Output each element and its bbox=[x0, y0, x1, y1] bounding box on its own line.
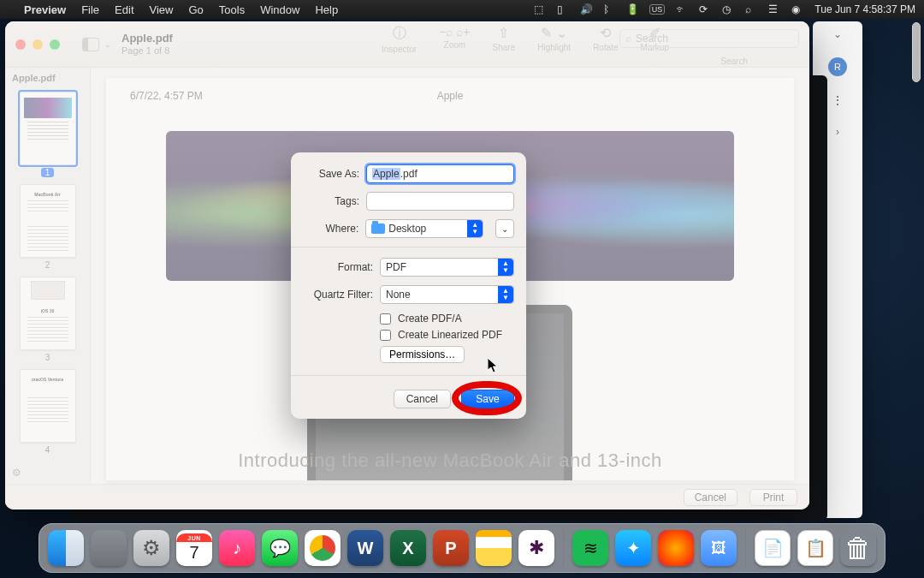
cancel-button[interactable]: Cancel bbox=[394, 390, 451, 408]
dock-calendar[interactable]: JUN7 bbox=[176, 530, 212, 566]
print-cancel-button[interactable]: Cancel bbox=[684, 489, 737, 506]
minimize-window-button[interactable] bbox=[33, 39, 43, 50]
toolbar-inspector[interactable]: ⓘ Inspector bbox=[382, 25, 417, 54]
save-as-label: Save As: bbox=[303, 168, 359, 180]
thumbnail-page-4[interactable]: macOS Ventura 4 bbox=[17, 369, 79, 455]
thumbnail-page-number: 3 bbox=[45, 353, 50, 362]
dock-messages[interactable]: 💬 bbox=[262, 530, 298, 566]
menu-window[interactable]: Window bbox=[260, 3, 299, 16]
where-select[interactable]: Desktop ▲▼ bbox=[365, 219, 483, 238]
create-pdfa-checkbox[interactable] bbox=[380, 313, 391, 325]
close-window-button[interactable] bbox=[15, 39, 26, 50]
dock-launchpad[interactable] bbox=[91, 530, 127, 566]
menu-go[interactable]: Go bbox=[188, 3, 203, 16]
save-as-input[interactable]: Apple.pdf bbox=[366, 164, 514, 183]
menu-view[interactable]: View bbox=[150, 3, 174, 16]
dock-excel[interactable]: X bbox=[390, 530, 426, 566]
phone-icon[interactable]: ▯ bbox=[557, 3, 569, 15]
dock-spotify[interactable] bbox=[572, 530, 608, 566]
toolbar-rotate[interactable]: ⟲ Rotate bbox=[593, 25, 618, 52]
save-button[interactable]: Save bbox=[461, 390, 514, 408]
menu-help[interactable]: Help bbox=[315, 3, 338, 16]
where-value: Desktop bbox=[388, 223, 426, 235]
dock-safari[interactable] bbox=[615, 530, 651, 566]
folder-icon bbox=[371, 223, 385, 234]
bluetooth-icon[interactable]: ᛒ bbox=[603, 3, 615, 15]
toolbar-share[interactable]: ⇧ Share bbox=[493, 25, 516, 52]
thumbnail-page-number: 2 bbox=[45, 260, 50, 270]
search-input[interactable]: ⌕ Search bbox=[619, 29, 799, 48]
battery-icon[interactable]: 🔋 bbox=[626, 3, 638, 15]
thumbnail-page-3[interactable]: iOS 16 3 bbox=[17, 277, 79, 362]
scroll-thumb[interactable] bbox=[912, 22, 921, 82]
create-linearized-label: Create Linearized PDF bbox=[398, 329, 502, 341]
document-subtitle: Page 1 of 8 bbox=[121, 45, 173, 56]
menu-edit[interactable]: Edit bbox=[115, 3, 133, 16]
bg-kebab-icon[interactable]: ⋮ bbox=[832, 93, 844, 107]
sidebar-toggle-button[interactable] bbox=[82, 38, 99, 51]
info-icon: ⓘ bbox=[393, 25, 406, 43]
quartz-filter-value: None bbox=[386, 289, 411, 301]
page-header-title: Apple bbox=[437, 90, 464, 102]
dock-chrome[interactable] bbox=[305, 530, 341, 566]
bg-avatar[interactable]: R bbox=[828, 57, 847, 76]
clock-icon[interactable]: ◷ bbox=[722, 3, 734, 15]
menubar-app-name[interactable]: Preview bbox=[24, 3, 66, 16]
dock-separator bbox=[745, 529, 746, 567]
dropbox-icon[interactable]: ⬚ bbox=[534, 3, 546, 15]
expand-save-panel-button[interactable]: ⌄ bbox=[495, 219, 514, 238]
dock-trash[interactable] bbox=[840, 530, 876, 566]
input-source-icon[interactable]: US bbox=[649, 4, 666, 15]
select-arrows-icon: ▲▼ bbox=[467, 220, 483, 237]
dock-powerpoint[interactable]: P bbox=[433, 530, 469, 566]
sheet-divider bbox=[291, 247, 526, 247]
format-select[interactable]: PDF ▲▼ bbox=[380, 258, 514, 277]
dock-preview[interactable] bbox=[701, 530, 737, 566]
thumbnail-page-number: 4 bbox=[45, 445, 50, 455]
dock-system-settings[interactable] bbox=[133, 530, 169, 566]
zoom-out-icon[interactable]: −⌕ bbox=[439, 25, 453, 39]
thumbnail-page-1[interactable]: 1 bbox=[17, 92, 79, 177]
dock-slack[interactable] bbox=[518, 530, 554, 566]
control-center-icon[interactable]: ☰ bbox=[768, 3, 780, 15]
page-headline: Introducing the all-new MacBook Air and … bbox=[106, 450, 794, 472]
sync-icon[interactable]: ⟳ bbox=[699, 3, 711, 15]
toolbar-highlight[interactable]: ✎ ⌄ Highlight bbox=[537, 25, 571, 52]
permissions-button[interactable]: Permissions… bbox=[380, 346, 465, 363]
search-label: Search bbox=[720, 57, 748, 66]
dock-separator bbox=[563, 529, 564, 567]
create-linearized-checkbox[interactable] bbox=[380, 330, 391, 341]
toolbar-zoom[interactable]: −⌕ ⌕+ Zoom bbox=[439, 25, 470, 50]
thumbnail-page-2[interactable]: MacBook Air 2 bbox=[17, 184, 79, 270]
menu-file[interactable]: File bbox=[81, 3, 99, 16]
dock-firefox[interactable] bbox=[658, 530, 694, 566]
toolbar-share-label: Share bbox=[493, 43, 516, 52]
dock-finder[interactable] bbox=[48, 530, 84, 566]
dock-word[interactable]: W bbox=[347, 530, 383, 566]
tags-label: Tags: bbox=[303, 195, 359, 207]
siri-icon[interactable]: ◉ bbox=[791, 3, 803, 15]
search-icon[interactable]: ⌕ bbox=[745, 3, 757, 15]
bg-chevron-down-icon[interactable]: ⌄ bbox=[833, 28, 842, 40]
sidebar-gear-icon[interactable]: ⚙ bbox=[12, 467, 21, 479]
dock-recent-doc-2[interactable] bbox=[797, 530, 833, 566]
volume-icon[interactable]: 🔊 bbox=[580, 3, 592, 15]
tags-input[interactable] bbox=[366, 192, 514, 211]
dock-music[interactable]: ♪ bbox=[219, 530, 255, 566]
save-sheet: Save As: Apple.pdf Tags: Where: Desktop … bbox=[291, 152, 526, 419]
thumbnail-sidebar: Apple.pdf 1 MacBook Air 2 iOS 16 3 macOS… bbox=[5, 68, 91, 484]
quartz-filter-select[interactable]: None ▲▼ bbox=[380, 285, 514, 304]
menubar-left: Preview File Edit View Go Tools Window H… bbox=[9, 3, 338, 16]
format-label: Format: bbox=[303, 261, 373, 273]
zoom-in-icon[interactable]: ⌕+ bbox=[456, 25, 470, 39]
fullscreen-window-button[interactable] bbox=[50, 39, 60, 50]
bg-chevron-right-icon[interactable]: › bbox=[836, 126, 839, 138]
wifi-icon[interactable]: ᯤ bbox=[676, 3, 688, 15]
menubar-clock[interactable]: Tue Jun 7 4:58:37 PM bbox=[814, 3, 915, 15]
title-block: Apple.pdf Page 1 of 8 bbox=[121, 33, 173, 55]
dock-notes[interactable] bbox=[476, 530, 512, 566]
sidebar-toggle-chevron-icon[interactable]: ⌄ bbox=[104, 40, 111, 49]
menu-tools[interactable]: Tools bbox=[219, 3, 245, 16]
dock-recent-doc-1[interactable] bbox=[755, 530, 791, 566]
print-button[interactable]: Print bbox=[749, 489, 797, 506]
